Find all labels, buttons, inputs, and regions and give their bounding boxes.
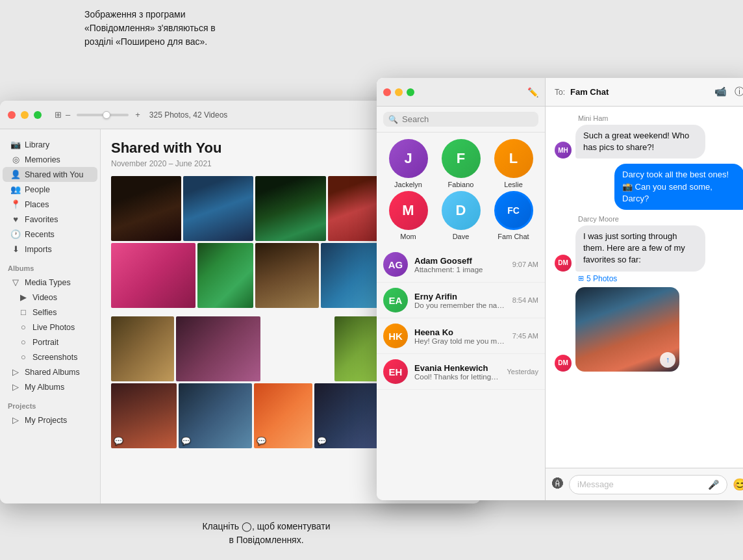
sidebar-item-library[interactable]: 📷 Library bbox=[3, 137, 97, 152]
view-icon[interactable]: ⊞ bbox=[55, 110, 62, 120]
contact-row-erny[interactable]: EA Erny Arifin Do you remember the name … bbox=[377, 283, 545, 318]
contact-avatar-mom[interactable]: M Mom bbox=[383, 191, 433, 240]
contact-avatar-dave[interactable]: D Dave bbox=[436, 191, 486, 240]
photo-cell[interactable] bbox=[255, 176, 325, 241]
dave-label: Dave bbox=[453, 233, 470, 240]
msg-photo-preview[interactable]: ↑ bbox=[575, 287, 679, 372]
photo-cell[interactable] bbox=[176, 316, 260, 381]
apps-icon[interactable]: 🅐 bbox=[552, 477, 564, 491]
chat-title: Fam Chat bbox=[570, 87, 609, 97]
voice-icon[interactable]: 🎤 bbox=[708, 479, 719, 490]
sidebar-albums-section: Albums ▽ Media Types ▶ Videos □ Selfies … bbox=[0, 259, 100, 394]
minimize-btn[interactable] bbox=[395, 88, 403, 96]
zoom-btn[interactable] bbox=[407, 88, 414, 96]
sidebar-item-shared-albums[interactable]: ▷ Shared Albums bbox=[3, 364, 97, 379]
contact-avatar-fabiano[interactable]: F Fabiano bbox=[436, 139, 486, 188]
chat-to-label: To: bbox=[555, 88, 565, 97]
chat-titlebar-icons: 📹 ⓘ bbox=[714, 86, 743, 98]
photo-cell[interactable] bbox=[197, 243, 254, 308]
msg-bubble-outgoing: Darcy took all the best ones! 📸 Can you … bbox=[614, 164, 743, 210]
evania-name: Evania Henkewich bbox=[414, 363, 500, 373]
msg-group-outgoing: Darcy took all the best ones! 📸 Can you … bbox=[555, 164, 743, 210]
zoom-minus[interactable]: – bbox=[66, 110, 70, 120]
erny-info: Erny Arifin Do you remember the name of … bbox=[414, 292, 506, 309]
zoom-plus[interactable]: + bbox=[135, 110, 140, 120]
sidebar-item-media-types[interactable]: ▽ Media Types bbox=[3, 275, 97, 290]
annotation-bottom: Клацніть ◯, щоб коментувати в Повідомлен… bbox=[201, 520, 331, 547]
photo-cell[interactable] bbox=[111, 176, 181, 241]
sidebar-item-portrait[interactable]: ○ Portrait bbox=[3, 335, 97, 350]
sidebar-item-favorites[interactable]: ♥ Favorites bbox=[3, 212, 97, 227]
heena-avatar: HK bbox=[383, 324, 408, 348]
leslie-label: Leslie bbox=[504, 181, 523, 188]
sidebar-item-selfies[interactable]: □ Selfies bbox=[3, 305, 97, 320]
sidebar-item-places[interactable]: 📍 Places bbox=[3, 197, 97, 212]
disclosure-icon: ▽ bbox=[10, 277, 21, 287]
sidebar-item-recents[interactable]: 🕐 Recents bbox=[3, 227, 97, 242]
zoom-button[interactable] bbox=[34, 111, 42, 119]
sidebar-item-videos[interactable]: ▶ Videos bbox=[3, 290, 97, 305]
adam-preview: Attachment: 1 image bbox=[414, 266, 506, 274]
sidebar-item-screenshots[interactable]: ○ Screenshots bbox=[3, 350, 97, 364]
video-call-icon[interactable]: 📹 bbox=[714, 86, 727, 98]
shared-icon: 👤 bbox=[10, 170, 21, 179]
live-photos-icon: ○ bbox=[18, 322, 29, 332]
photos-link[interactable]: ⊞ 5 Photos bbox=[555, 273, 743, 286]
dave-avatar: D bbox=[442, 191, 481, 230]
adam-avatar: AG bbox=[383, 252, 408, 277]
emoji-icon[interactable]: 😊 bbox=[733, 477, 743, 492]
photo-cell[interactable]: 💬 bbox=[254, 383, 312, 448]
compose-icon[interactable]: ✏️ bbox=[527, 87, 538, 97]
photo-cell[interactable] bbox=[111, 316, 174, 381]
portrait-icon: ○ bbox=[18, 337, 29, 347]
search-input[interactable] bbox=[402, 114, 533, 124]
comment-badge: 💬 bbox=[181, 437, 191, 446]
places-icon: 📍 bbox=[10, 199, 21, 209]
minimize-button[interactable] bbox=[21, 111, 29, 119]
contact-avatar-fam-chat[interactable]: FC Fam Chat bbox=[488, 191, 538, 240]
contact-row-evania[interactable]: EH Evania Henkewich Cool! Thanks for let… bbox=[377, 354, 545, 390]
sidebar-item-my-projects[interactable]: ▷ My Projects bbox=[3, 413, 97, 427]
erny-name: Erny Arifin bbox=[414, 292, 506, 301]
photos-link-label: 5 Photos bbox=[586, 274, 617, 283]
recents-icon: 🕐 bbox=[10, 229, 21, 239]
imports-icon: ⬇ bbox=[10, 244, 21, 254]
close-button[interactable] bbox=[8, 111, 16, 119]
info-icon[interactable]: ⓘ bbox=[735, 86, 743, 98]
erny-avatar: EA bbox=[383, 288, 408, 312]
favorites-icon: ♥ bbox=[10, 214, 21, 224]
contact-row-heena[interactable]: HK Heena Ko Hey! Gray told me you might … bbox=[377, 318, 545, 354]
photo-cell[interactable] bbox=[111, 243, 195, 308]
contact-avatar-jackelyn[interactable]: J Jackelyn bbox=[383, 139, 433, 188]
chat-input-field[interactable]: iMessage 🎤 bbox=[569, 475, 727, 494]
contact-row-adam[interactable]: AG Adam Gooseff Attachment: 1 image 9:07… bbox=[377, 247, 545, 283]
sidebar-item-shared-with-you[interactable]: 👤 Shared with You bbox=[3, 167, 97, 182]
photo-cell[interactable] bbox=[262, 316, 333, 381]
sidebar-item-memories[interactable]: ◎ Memories bbox=[3, 152, 97, 167]
adam-info: Adam Gooseff Attachment: 1 image bbox=[414, 256, 506, 274]
evania-preview: Cool! Thanks for letting me know. bbox=[414, 373, 500, 381]
contact-avatar-leslie[interactable]: L Leslie bbox=[488, 139, 538, 188]
sidebar-item-my-albums[interactable]: ▷ My Albums bbox=[3, 379, 97, 394]
sidebar-item-people[interactable]: 👥 People bbox=[3, 182, 97, 197]
adam-time: 9:07 AM bbox=[512, 261, 538, 268]
annotation-top: Зображення з програми «Повідомлення» з'я… bbox=[84, 8, 227, 49]
sidebar-item-live-photos[interactable]: ○ Live Photos bbox=[3, 320, 97, 335]
darcy-avatar: DM bbox=[555, 255, 572, 272]
adam-name: Adam Gooseff bbox=[414, 256, 506, 266]
contacts-titlebar: ✏️ bbox=[377, 78, 545, 107]
close-btn[interactable] bbox=[383, 88, 391, 96]
messages-window: ✏️ 🔍 J Jackelyn F Fabiano L Leslie bbox=[377, 78, 743, 500]
heena-info: Heena Ko Hey! Gray told me you might hav… bbox=[414, 327, 506, 345]
jackelyn-avatar: J bbox=[389, 139, 428, 178]
sidebar-item-imports[interactable]: ⬇ Imports bbox=[3, 242, 97, 257]
zoom-slider[interactable] bbox=[77, 114, 129, 116]
photo-cell[interactable] bbox=[255, 243, 318, 308]
fabiano-avatar: F bbox=[442, 139, 481, 178]
my-albums-icon: ▷ bbox=[10, 382, 21, 392]
share-photo-icon[interactable]: ↑ bbox=[660, 352, 675, 368]
photo-cell[interactable]: 💬 bbox=[179, 383, 252, 448]
photo-cell[interactable] bbox=[183, 176, 253, 241]
photo-cell[interactable]: 💬 bbox=[111, 383, 177, 448]
contacts-panel: ✏️ 🔍 J Jackelyn F Fabiano L Leslie bbox=[377, 78, 546, 500]
